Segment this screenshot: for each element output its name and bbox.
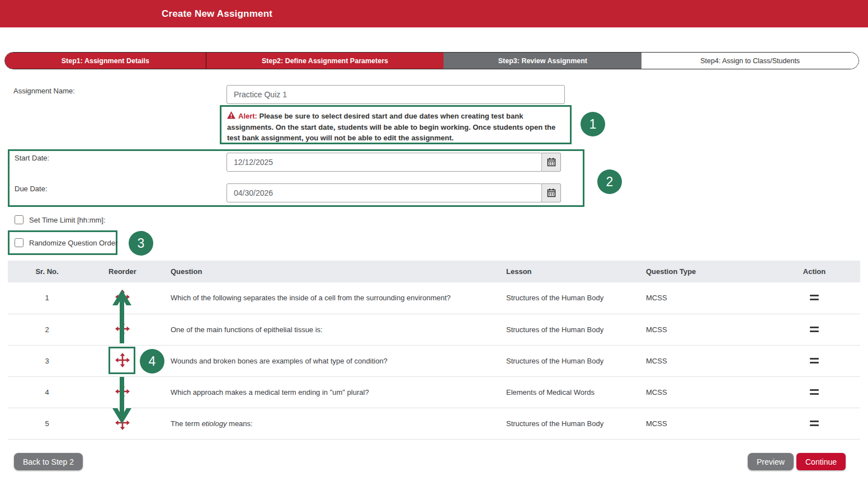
question-cell: One of the main functions of epithelial … bbox=[159, 314, 494, 345]
tab-step3-review-assignment[interactable]: Step3: Review Assignment bbox=[444, 53, 641, 69]
action-menu-icon[interactable] bbox=[810, 327, 819, 332]
col-header-sr-no: Sr. No. bbox=[8, 261, 86, 282]
col-header-lesson: Lesson bbox=[494, 261, 634, 282]
set-time-limit-label: Set Time Limit [hh:mm]: bbox=[29, 216, 106, 224]
action-cell bbox=[768, 345, 860, 376]
calendar-icon bbox=[547, 188, 556, 197]
action-cell bbox=[768, 376, 860, 408]
create-assignment-page: Create New Assignment Step1: Assignment … bbox=[0, 0, 868, 477]
randomize-question-order-label: Randomize Question Order bbox=[29, 239, 117, 247]
wizard-stepper: Step1: Assignment Details Step2: Define … bbox=[4, 52, 859, 69]
randomize-question-order-checkbox[interactable] bbox=[15, 238, 23, 247]
question-type-cell: MCSS bbox=[634, 376, 768, 408]
tab-step2-define-parameters[interactable]: Step2: Define Assignment Parameters bbox=[206, 53, 444, 69]
question-cell: The term etiology means: bbox=[159, 408, 494, 439]
annotation-arrow-up bbox=[111, 289, 133, 344]
page-title: Create New Assignment bbox=[0, 0, 434, 27]
start-date-input[interactable] bbox=[227, 153, 542, 172]
question-type-cell: MCSS bbox=[634, 282, 768, 314]
warning-icon bbox=[227, 111, 235, 122]
reorder-annotation-box bbox=[108, 347, 135, 374]
action-cell bbox=[768, 408, 860, 439]
action-cell bbox=[768, 282, 860, 314]
annotation-circle-2: 2 bbox=[597, 169, 622, 194]
continue-button[interactable]: Continue bbox=[796, 453, 846, 470]
lesson-cell: Structures of the Human Body bbox=[494, 314, 634, 345]
tab-step4-label: Step4: Assign to Class/Students bbox=[700, 57, 800, 65]
question-type-cell: MCSS bbox=[634, 314, 768, 345]
table-header-row: Sr. No. Reorder Question Lesson Question… bbox=[8, 261, 860, 282]
tab-step1-label: Step1: Assignment Details bbox=[62, 57, 149, 65]
action-cell bbox=[768, 314, 860, 345]
action-menu-icon[interactable] bbox=[810, 358, 819, 363]
lesson-cell: Structures of the Human Body bbox=[494, 408, 634, 439]
alert-text: Please be sure to select desired start a… bbox=[227, 112, 555, 142]
sr-no-cell: 4 bbox=[8, 376, 86, 408]
assignment-name-label: Assignment Name: bbox=[13, 87, 75, 95]
set-time-limit-checkbox[interactable] bbox=[15, 215, 23, 224]
question-cell: Which approach makes a medical term endi… bbox=[159, 376, 494, 408]
lesson-cell: Structures of the Human Body bbox=[494, 345, 634, 376]
question-type-cell: MCSS bbox=[634, 345, 768, 376]
col-header-action: Action bbox=[768, 261, 860, 282]
col-header-question-type: Question Type bbox=[634, 261, 768, 282]
table-row: 3 Wounds and broken bones are examples o… bbox=[8, 345, 860, 376]
annotation-circle-1: 1 bbox=[581, 112, 605, 136]
tab-step1-assignment-details[interactable]: Step1: Assignment Details bbox=[5, 53, 206, 69]
due-date-input[interactable] bbox=[227, 183, 542, 202]
calendar-icon bbox=[547, 158, 556, 167]
tab-step4-assign-to-class[interactable]: Step4: Assign to Class/Students bbox=[641, 53, 858, 69]
alert-prefix: Alert: bbox=[238, 112, 257, 120]
annotation-circle-4: 4 bbox=[140, 349, 164, 374]
sr-no-cell: 3 bbox=[8, 345, 86, 376]
tab-step3-label: Step3: Review Assignment bbox=[498, 57, 587, 65]
start-date-label: Start Date: bbox=[15, 154, 49, 162]
questions-table: Sr. No. Reorder Question Lesson Question… bbox=[8, 261, 860, 440]
table-row: 5 The term etiology means:Structures of … bbox=[8, 408, 860, 439]
col-header-question: Question bbox=[159, 261, 494, 282]
assignment-name-input[interactable] bbox=[227, 85, 565, 104]
lesson-cell: Elements of Medical Words bbox=[494, 376, 634, 408]
tab-step2-label: Step2: Define Assignment Parameters bbox=[262, 57, 388, 65]
action-menu-icon[interactable] bbox=[810, 421, 819, 426]
lesson-cell: Structures of the Human Body bbox=[494, 282, 634, 314]
due-date-label: Due Date: bbox=[15, 185, 48, 193]
table-row: 4 Which approach makes a medical term en… bbox=[8, 376, 860, 408]
app-header: Create New Assignment bbox=[0, 0, 868, 27]
preview-button[interactable]: Preview bbox=[748, 453, 794, 470]
sr-no-cell: 2 bbox=[8, 314, 86, 345]
back-to-step2-button[interactable]: Back to Step 2 bbox=[14, 453, 83, 470]
action-menu-icon[interactable] bbox=[810, 295, 819, 300]
question-cell: Which of the following separates the ins… bbox=[159, 282, 494, 314]
sr-no-cell: 5 bbox=[8, 408, 86, 439]
question-cell: Wounds and broken bones are examples of … bbox=[159, 345, 494, 376]
annotation-circle-3: 3 bbox=[129, 231, 153, 256]
table-row: 1 Which of the following separates the i… bbox=[8, 282, 860, 314]
question-type-cell: MCSS bbox=[634, 408, 768, 439]
due-date-calendar-button[interactable] bbox=[541, 183, 561, 202]
sr-no-cell: 1 bbox=[8, 282, 86, 314]
start-date-calendar-button[interactable] bbox=[541, 153, 561, 172]
table-row: 2 One of the main functions of epithelia… bbox=[8, 314, 860, 345]
col-header-reorder: Reorder bbox=[86, 261, 159, 282]
annotation-arrow-down bbox=[111, 377, 133, 425]
alert-message: Alert: Please be sure to select desired … bbox=[220, 105, 572, 144]
action-menu-icon[interactable] bbox=[810, 389, 819, 395]
